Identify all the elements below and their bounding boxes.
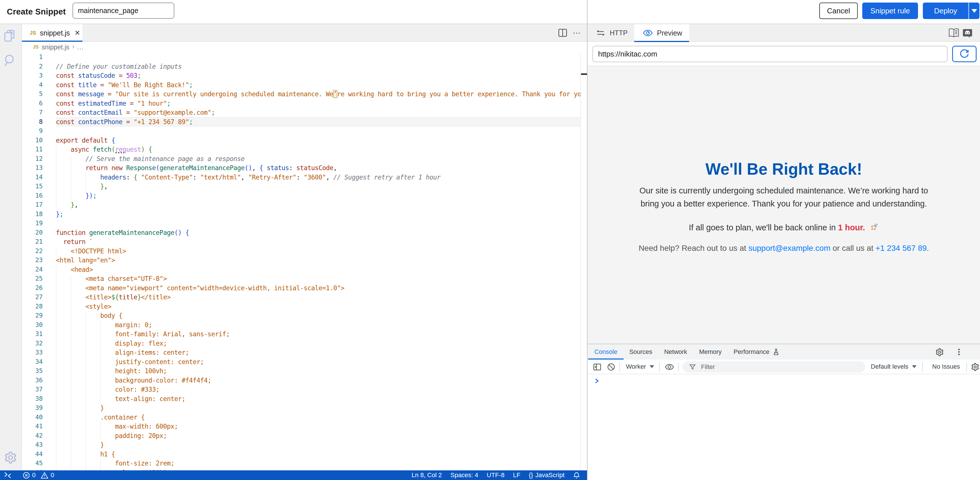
code-line: h1 { [56,450,115,459]
console-output[interactable] [587,374,980,480]
code-line: <style> [56,302,111,311]
line-number: 16 [22,191,43,201]
code-line: <meta charset="UTF-8"> [56,274,167,284]
discord-icon[interactable] [963,29,973,38]
contact-suffix: . [927,244,929,252]
snippet-name-input[interactable] [73,3,174,19]
devtools-tab-network[interactable]: Network [658,344,693,360]
devtools-tab-console[interactable]: Console [594,344,624,360]
devtools-tab-memory[interactable]: Memory [693,344,727,360]
line-number: 42 [22,431,43,440]
tab-snippet-js[interactable]: JS snippet.js ✕ [22,24,83,42]
code-line: // Define your customizable inputs [56,62,182,71]
code-line: <title>${title}</title> [56,293,171,302]
code-line: <html lang="en"> [56,256,115,265]
preview-url-input[interactable] [592,46,948,62]
line-number: 4 [22,80,43,90]
settings-gear-icon[interactable] [4,451,17,464]
language-mode[interactable]: {}JavaScript [529,472,565,479]
breadcrumb-symbol: ... [77,43,84,51]
code-line: text-align: center; [56,394,185,404]
devtools-tab-bar: ConsoleSourcesNetworkMemoryPerformance [587,344,980,360]
console-filter-input[interactable]: Filter [682,361,865,373]
line-number: 38 [22,394,43,404]
problems-errors[interactable]: 0 [23,472,35,479]
live-expression-eye-icon[interactable] [665,364,674,371]
line-number: 35 [22,366,43,376]
search-icon[interactable] [4,54,16,67]
language-label: JavaScript [535,472,565,479]
preview-frame: We'll Be Right Back! Our site is current… [587,67,980,344]
devtools-settings-gear-icon[interactable] [935,348,944,356]
preview-message: Our site is currently undergoing schedul… [587,184,980,210]
worker-context-select[interactable]: Worker [626,360,654,374]
code-line: .container { [56,413,145,422]
tab-close-icon[interactable]: ✕ [75,29,80,37]
http-tab-label: HTTP [610,29,628,37]
line-number: 21 [22,237,43,247]
error-icon [23,472,30,479]
docs-book-icon[interactable] [948,28,959,38]
code-editor[interactable]: 12// Define your customizable inputs3con… [22,52,587,470]
console-sidebar-icon[interactable] [593,363,601,371]
deploy-button[interactable]: Deploy [923,3,968,19]
eol[interactable]: LF [513,472,520,479]
issues-counter[interactable]: No Issues [932,360,960,374]
code-line: const estimatedTime = "1 hour"; [56,99,171,108]
indentation[interactable]: Spaces: 4 [450,472,478,479]
line-number: 12 [22,154,43,163]
line-number: 40 [22,413,43,422]
devtools-tab-sources[interactable]: Sources [624,344,659,360]
encoding[interactable]: UTF-8 [487,472,504,479]
refresh-button[interactable] [952,46,977,62]
devtools-tab-performance[interactable]: Performance [728,344,786,360]
line-number: 25 [22,274,43,284]
preview-heading: We'll Be Right Back! [587,160,980,178]
problems-warnings[interactable]: 0 [41,472,54,479]
line-number: 26 [22,284,43,293]
line-number: 18 [22,210,43,219]
devtools-kebab-menu-icon[interactable] [955,348,963,356]
devtools-tab-label: Console [594,348,617,356]
line-number: 20 [22,228,43,238]
notifications-bell-icon[interactable] [573,472,580,479]
code-line: }; [56,210,64,219]
log-levels-select[interactable]: Default levels [871,360,916,374]
overview-ruler[interactable] [581,52,587,470]
line-number: 41 [22,422,43,431]
snippet-rule-button[interactable]: Snippet rule [862,3,918,19]
cursor-position[interactable]: Ln 8, Col 2 [412,472,442,479]
deploy-dropdown-button[interactable] [969,3,980,19]
http-swap-icon [597,30,605,36]
contact-phone-link[interactable]: +1 234 567 89 [876,244,927,252]
code-line: <meta name="viewport" content="width=dev… [56,284,344,293]
tab-http[interactable]: HTTP [587,24,638,42]
line-number: 45 [22,459,43,468]
contact-email-link[interactable]: support@example.com [749,244,830,252]
devtools-tab-label: Memory [699,348,721,356]
editor-more-actions-icon[interactable]: ⋯ [569,25,585,41]
code-line: max-width: 600px; [56,422,178,431]
rocket-icon [869,222,879,232]
files-icon[interactable] [4,30,15,42]
console-settings-gear-icon[interactable] [971,363,980,371]
tab-preview[interactable]: Preview [634,24,689,42]
cancel-button[interactable]: Cancel [819,3,858,19]
line-number: 46 [22,468,43,470]
code-line: export default { [56,136,115,145]
line-number: 10 [22,136,43,145]
devtools-tab-label: Sources [629,348,652,356]
line-number: 30 [22,320,43,330]
status-bar-right: Ln 8, Col 2 Spaces: 4 UTF-8 LF {}JavaScr… [412,472,587,479]
clear-console-icon[interactable] [607,363,616,371]
line-number: 23 [22,256,43,265]
code-line: headers: { "Content-Type": "text/html", … [56,173,441,182]
code-line: color: #333; [56,385,159,394]
preview-eta-value: 1 hour. [838,223,865,232]
code-line: function generateMaintenancePage() { [56,228,189,238]
split-editor-icon[interactable] [558,29,567,37]
breadcrumb[interactable]: JS snippet.js › ... [22,42,587,52]
remote-indicator-icon[interactable] [0,472,15,478]
activity-bar [0,24,22,470]
code-line: color: #0056b3; [56,468,171,470]
